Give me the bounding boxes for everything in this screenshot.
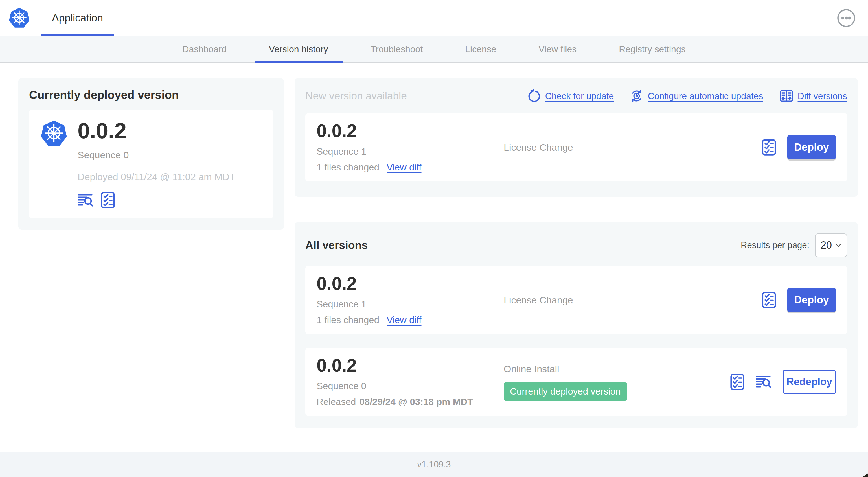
version-actions: Deploy [762, 135, 836, 159]
diff-versions-label: Diff versions [798, 91, 847, 101]
current-version-card: 0.0.2 Sequence 0 Deployed 09/11/24 @ 11:… [29, 110, 273, 218]
files-changed-row: 1 files changed View diff [317, 315, 504, 325]
nav-tab-view-files[interactable]: View files [518, 36, 598, 62]
kubernetes-logo-icon [8, 8, 30, 29]
diff-icon [780, 89, 793, 102]
console-version: v1.109.3 [417, 459, 451, 470]
new-version-panel: New version available Check for update [294, 78, 858, 197]
new-version-title: New version available [305, 90, 407, 102]
configure-automatic-updates-label: Configure automatic updates [648, 91, 763, 101]
current-version-actions [78, 192, 235, 208]
files-changed-row: 1 files changed View diff [317, 162, 504, 173]
all-versions-header: All versions Results per page: 20 [305, 233, 847, 257]
new-version-header: New version available Check for update [305, 89, 847, 103]
nav-tab-version-history[interactable]: Version history [248, 36, 349, 62]
refresh-icon [528, 89, 541, 102]
current-version-deployed-date: Deployed 09/11/24 @ 11:02 am MDT [78, 171, 235, 182]
current-version-number: 0.0.2 [78, 120, 235, 142]
kubernetes-app-icon [40, 120, 67, 147]
version-sequence: Sequence 0 [317, 381, 504, 391]
version-number: 0.0.2 [317, 356, 504, 375]
version-source: License Change [504, 295, 573, 306]
preflight-checks-button[interactable] [101, 192, 115, 208]
checklist-icon [730, 374, 744, 390]
preflight-checks-button[interactable] [762, 139, 776, 155]
version-number: 0.0.2 [317, 122, 504, 140]
version-source-column: License Change [504, 295, 762, 306]
app-title: Application [52, 12, 103, 24]
files-changed-count: 1 files changed [317, 315, 379, 325]
results-per-page-label: Results per page: [741, 240, 809, 250]
chevron-down-icon [835, 243, 841, 247]
files-changed-count: 1 files changed [317, 162, 379, 173]
view-diff-link[interactable]: View diff [386, 315, 422, 325]
nav-tab-license[interactable]: License [444, 36, 517, 62]
preflight-checks-button[interactable] [730, 374, 744, 390]
current-version-sequence: Sequence 0 [78, 150, 235, 160]
logs-icon [78, 193, 93, 207]
version-released-date: Released 08/29/24 @ 03:18 pm MDT [317, 396, 504, 407]
version-source-column: License Change [504, 142, 762, 153]
checklist-icon [762, 292, 776, 308]
kots-admin-page: Application Dashboard Version history Tr… [0, 0, 868, 477]
footer: v1.109.3 [0, 452, 868, 477]
current-version-info: 0.0.2 Sequence 0 Deployed 09/11/24 @ 11:… [78, 120, 235, 208]
nav-tab-troubleshoot[interactable]: Troubleshoot [349, 36, 444, 62]
version-actions: Deploy [762, 288, 836, 312]
checklist-icon [101, 192, 115, 208]
view-logs-button[interactable] [756, 376, 772, 388]
released-date: 08/29/24 @ 03:18 pm MDT [359, 396, 473, 407]
ellipsis-icon [837, 9, 856, 27]
preflight-checks-button[interactable] [762, 292, 776, 308]
diff-versions-link[interactable]: Diff versions [780, 89, 847, 102]
version-source-column: Online Install Currently deployed versio… [504, 363, 730, 400]
version-actions: Redeploy [730, 370, 836, 394]
view-logs-button[interactable] [78, 193, 93, 207]
results-per-page-value: 20 [820, 239, 832, 251]
configure-automatic-updates-link[interactable]: Configure automatic updates [630, 89, 763, 102]
version-source: Online Install [504, 363, 559, 375]
ellipsis-menu-button[interactable] [837, 9, 856, 27]
all-versions-panel: All versions Results per page: 20 [294, 222, 858, 428]
check-for-update-link[interactable]: Check for update [528, 89, 614, 102]
results-per-page: Results per page: 20 [741, 233, 847, 257]
version-sequence: Sequence 1 [317, 299, 504, 309]
version-row-sequence-0: 0.0.2 Sequence 0 Released 08/29/24 @ 03:… [305, 348, 847, 416]
view-diff-link[interactable]: View diff [386, 162, 422, 173]
version-info: 0.0.2 Sequence 1 1 files changed View di… [317, 122, 504, 173]
update-actions: Check for update Configure a [528, 89, 847, 102]
version-number: 0.0.2 [317, 275, 504, 293]
currently-deployed-badge: Currently deployed version [504, 383, 627, 400]
auto-update-icon [630, 89, 643, 102]
redeploy-button[interactable]: Redeploy [783, 370, 836, 394]
right-column: New version available Check for update [294, 78, 858, 428]
app-title-tab[interactable]: Application [41, 0, 114, 36]
version-source: License Change [504, 142, 573, 153]
logs-icon [756, 376, 772, 388]
main-content: Currently deployed version [0, 63, 868, 452]
deploy-button[interactable]: Deploy [787, 135, 836, 159]
results-per-page-select[interactable]: 20 [815, 233, 847, 257]
check-for-update-label: Check for update [545, 91, 614, 101]
released-prefix: Released [317, 396, 356, 407]
version-info: 0.0.2 Sequence 0 Released 08/29/24 @ 03:… [317, 356, 504, 407]
checklist-icon [762, 139, 776, 155]
nav-tab-registry-settings[interactable]: Registry settings [598, 36, 707, 62]
version-row-sequence-1: 0.0.2 Sequence 1 1 files changed View di… [305, 266, 847, 334]
current-version-panel: Currently deployed version [18, 78, 284, 230]
current-version-title: Currently deployed version [29, 88, 273, 101]
version-sequence: Sequence 1 [317, 146, 504, 157]
nav-tab-dashboard[interactable]: Dashboard [161, 36, 248, 62]
new-version-row: 0.0.2 Sequence 1 1 files changed View di… [305, 113, 847, 181]
version-info: 0.0.2 Sequence 1 1 files changed View di… [317, 275, 504, 325]
top-bar: Application [0, 0, 868, 36]
app-subnav: Dashboard Version history Troubleshoot L… [0, 36, 868, 63]
deploy-button[interactable]: Deploy [787, 288, 836, 312]
all-versions-title: All versions [305, 239, 368, 251]
